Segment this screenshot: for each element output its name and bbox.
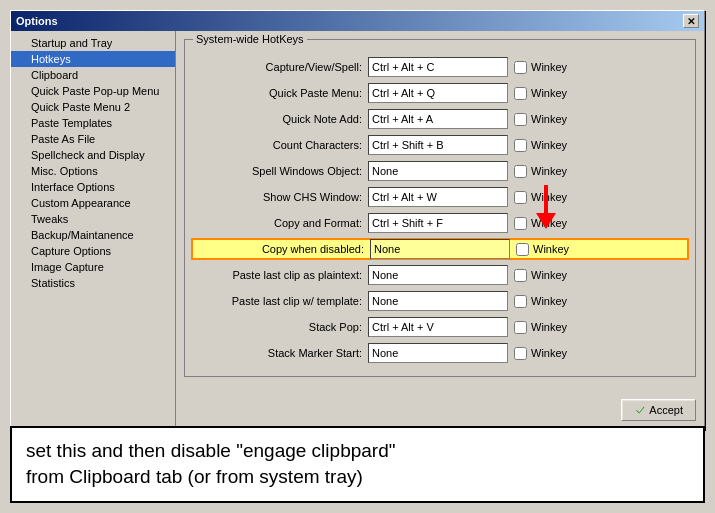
winkey-checkbox-1[interactable]: [514, 87, 527, 100]
winkey-checkbox-4[interactable]: [514, 165, 527, 178]
hotkey-label-5: Show CHS Window:: [193, 191, 368, 203]
hotkey-input-11[interactable]: [368, 343, 508, 363]
hotkey-row-0: Capture/View/Spell:Winkey: [193, 56, 687, 78]
sidebar-item-quick-paste-popup[interactable]: Quick Paste Pop-up Menu: [11, 83, 175, 99]
winkey-label-7: Winkey: [533, 243, 569, 255]
main-content: System-wide HotKeys Capture/View/Spell:W…: [176, 31, 704, 429]
hotkey-row-9: Paste last clip w/ template:Winkey: [193, 290, 687, 312]
hotkey-input-8[interactable]: [368, 265, 508, 285]
winkey-checkbox-10[interactable]: [514, 321, 527, 334]
sidebar-item-clipboard[interactable]: Clipboard: [11, 67, 175, 83]
hotkey-label-6: Copy and Format:: [193, 217, 368, 229]
close-button[interactable]: ✕: [683, 14, 699, 28]
sidebar-item-capture-options[interactable]: Capture Options: [11, 243, 175, 259]
winkey-checkbox-8[interactable]: [514, 269, 527, 282]
hotkey-input-4[interactable]: [368, 161, 508, 181]
hotkey-label-2: Quick Note Add:: [193, 113, 368, 125]
accept-button[interactable]: Accept: [621, 399, 696, 421]
hotkey-row-7: Copy when disabled:Winkey: [191, 238, 689, 260]
winkey-label-11: Winkey: [531, 347, 567, 359]
hotkey-label-8: Paste last clip as plaintext:: [193, 269, 368, 281]
winkey-label-10: Winkey: [531, 321, 567, 333]
group-title: System-wide HotKeys: [193, 33, 307, 45]
hotkey-input-1[interactable]: [368, 83, 508, 103]
hotkey-row-5: Show CHS Window:Winkey: [193, 186, 687, 208]
window-title: Options: [16, 15, 58, 27]
hotkey-input-7[interactable]: [370, 239, 510, 259]
hotkey-label-7: Copy when disabled:: [195, 243, 370, 255]
winkey-checkbox-3[interactable]: [514, 139, 527, 152]
hotkey-label-10: Stack Pop:: [193, 321, 368, 333]
winkey-checkbox-5[interactable]: [514, 191, 527, 204]
sidebar-item-interface-options[interactable]: Interface Options: [11, 179, 175, 195]
sidebar-item-backup[interactable]: Backup/Maintanence: [11, 227, 175, 243]
hotkey-label-1: Quick Paste Menu:: [193, 87, 368, 99]
hotkey-input-9[interactable]: [368, 291, 508, 311]
winkey-label-2: Winkey: [531, 113, 567, 125]
hotkey-label-0: Capture/View/Spell:: [193, 61, 368, 73]
sidebar-item-hotkeys[interactable]: Hotkeys: [11, 51, 175, 67]
winkey-label-1: Winkey: [531, 87, 567, 99]
hotkey-label-11: Stack Marker Start:: [193, 347, 368, 359]
winkey-label-3: Winkey: [531, 139, 567, 151]
winkey-checkbox-9[interactable]: [514, 295, 527, 308]
sidebar-item-paste-as-file[interactable]: Paste As File: [11, 131, 175, 147]
sidebar-item-spellcheck[interactable]: Spellcheck and Display: [11, 147, 175, 163]
sidebar-item-paste-templates[interactable]: Paste Templates: [11, 115, 175, 131]
options-window: Options ✕ Startup and TrayHotkeysClipboa…: [10, 10, 705, 430]
hotkey-input-10[interactable]: [368, 317, 508, 337]
window-body: Startup and TrayHotkeysClipboardQuick Pa…: [11, 31, 704, 429]
winkey-checkbox-6[interactable]: [514, 217, 527, 230]
winkey-checkbox-7[interactable]: [516, 243, 529, 256]
sidebar-item-tweaks[interactable]: Tweaks: [11, 211, 175, 227]
winkey-label-4: Winkey: [531, 165, 567, 177]
callout-box: set this and then disable "engage clipbp…: [10, 426, 705, 503]
winkey-label-0: Winkey: [531, 61, 567, 73]
hotkey-row-10: Stack Pop:Winkey: [193, 316, 687, 338]
hotkey-rows: Capture/View/Spell:WinkeyQuick Paste Men…: [193, 56, 687, 364]
callout-text: set this and then disable "engage clipbp…: [26, 440, 395, 488]
hotkey-row-8: Paste last clip as plaintext:Winkey: [193, 264, 687, 286]
winkey-checkbox-0[interactable]: [514, 61, 527, 74]
check-icon: [634, 404, 646, 416]
hotkey-label-3: Count Characters:: [193, 139, 368, 151]
hotkey-label-4: Spell Windows Object:: [193, 165, 368, 177]
sidebar-item-quick-paste-menu2[interactable]: Quick Paste Menu 2: [11, 99, 175, 115]
hotkey-row-3: Count Characters:Winkey: [193, 134, 687, 156]
sidebar-item-custom-appearance[interactable]: Custom Appearance: [11, 195, 175, 211]
sidebar-item-misc-options[interactable]: Misc. Options: [11, 163, 175, 179]
sidebar: Startup and TrayHotkeysClipboardQuick Pa…: [11, 31, 176, 429]
pointer-arrow: [536, 185, 556, 229]
winkey-checkbox-2[interactable]: [514, 113, 527, 126]
winkey-checkbox-11[interactable]: [514, 347, 527, 360]
hotkey-input-3[interactable]: [368, 135, 508, 155]
hotkey-row-4: Spell Windows Object:Winkey: [193, 160, 687, 182]
hotkey-input-0[interactable]: [368, 57, 508, 77]
winkey-label-8: Winkey: [531, 269, 567, 281]
hotkeys-group: System-wide HotKeys Capture/View/Spell:W…: [184, 39, 696, 377]
hotkey-row-2: Quick Note Add:Winkey: [193, 108, 687, 130]
sidebar-item-statistics[interactable]: Statistics: [11, 275, 175, 291]
winkey-label-9: Winkey: [531, 295, 567, 307]
hotkey-row-6: Copy and Format:Winkey: [193, 212, 687, 234]
hotkey-input-5[interactable]: [368, 187, 508, 207]
bottom-bar: Accept: [621, 399, 696, 421]
sidebar-item-image-capture[interactable]: Image Capture: [11, 259, 175, 275]
sidebar-item-startup-tray[interactable]: Startup and Tray: [11, 35, 175, 51]
hotkey-input-6[interactable]: [368, 213, 508, 233]
title-bar: Options ✕: [11, 11, 704, 31]
hotkey-row-11: Stack Marker Start:Winkey: [193, 342, 687, 364]
hotkey-label-9: Paste last clip w/ template:: [193, 295, 368, 307]
hotkey-input-2[interactable]: [368, 109, 508, 129]
hotkey-row-1: Quick Paste Menu:Winkey: [193, 82, 687, 104]
